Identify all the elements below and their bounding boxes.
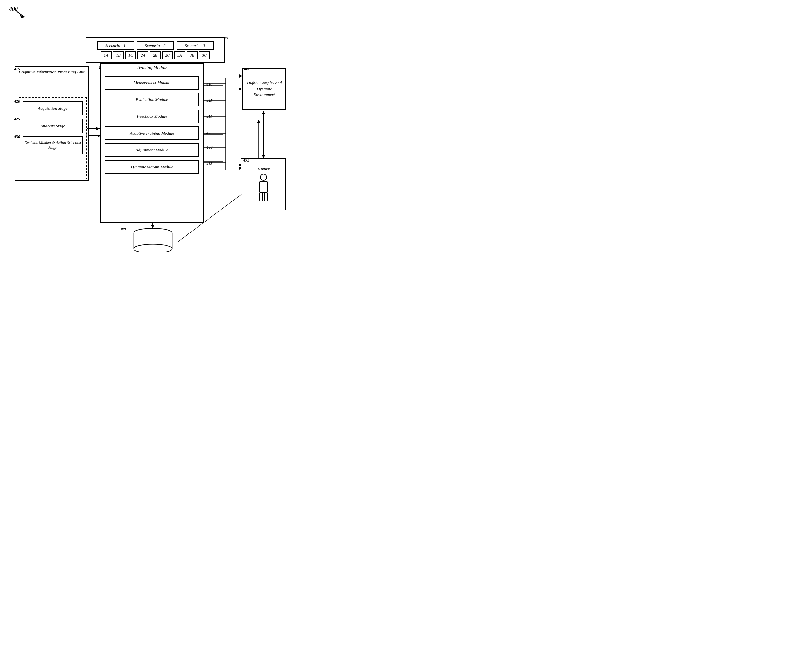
ref-450: 450 (206, 114, 213, 119)
feedback-module-box: Feedback Module (105, 110, 199, 123)
sub-2c: 2C (162, 51, 173, 59)
svg-rect-25 (260, 181, 267, 193)
ref-430: 430 (14, 134, 20, 139)
sub-3c: 3C (199, 51, 210, 59)
ref-308: 308 (119, 226, 126, 232)
trainee-icon (254, 173, 273, 203)
cognitive-unit-title: Cognitive Information Processing Unit (18, 70, 86, 75)
acquisition-stage-box: Acquisition Stage (23, 101, 83, 116)
svg-rect-26 (260, 193, 263, 201)
training-module-box: Training Module Measurement Module Evalu… (100, 63, 204, 223)
svg-marker-50 (262, 111, 265, 114)
svg-marker-46 (239, 87, 242, 90)
sub-2b: 2B (150, 51, 161, 59)
svg-marker-51 (262, 155, 265, 159)
scenario-3-box: Scenario - 3 (176, 41, 214, 50)
trainee-label: Trainee (257, 166, 270, 172)
cognitive-stages-box: Acquisition Stage Analysis Stage Decisio… (19, 97, 87, 180)
ref-445: 445 (206, 98, 213, 103)
scenario-1-box: Scenario - 1 (97, 41, 134, 50)
ref-480: 480 (244, 66, 250, 72)
svg-marker-1 (21, 16, 24, 18)
ref-420: 420 (14, 99, 20, 104)
svg-marker-18 (257, 119, 260, 123)
training-module-title: Training Module (101, 65, 203, 70)
svg-point-32 (134, 244, 172, 252)
ref-425: 425 (14, 116, 20, 122)
decision-making-stage-box: Decision Making & Action Selection Stage (23, 136, 83, 154)
environment-box: Highly Complex and Dynamic Environment (242, 68, 286, 110)
database-label: Database (145, 252, 161, 252)
sub-1c: 1C (125, 51, 136, 59)
scenario-2-box: Scenario - 2 (137, 41, 174, 50)
analysis-stage-box: Analysis Stage (23, 119, 83, 133)
ref-415: 415 (14, 66, 20, 72)
sub-2a: 2A (137, 51, 149, 59)
svg-marker-34 (20, 15, 23, 18)
database-container: Database (128, 228, 178, 252)
ref-440: 440 (206, 82, 213, 87)
figure-number: 400 (9, 6, 18, 13)
svg-line-0 (18, 12, 24, 17)
svg-marker-37 (96, 127, 100, 130)
diagram: 400 405 Scenario - 1 Scenario - 2 Scenar… (0, 0, 291, 252)
svg-point-24 (260, 174, 267, 180)
database-icon (132, 228, 174, 252)
evaluation-module-box: Evaluation Module (105, 93, 199, 106)
adaptive-training-module-box: Adaptive Training Module (105, 126, 199, 140)
measurement-module-box: Measurement Module (105, 76, 199, 90)
dynamic-margin-module-box: Dynamic Margin Module (105, 160, 199, 174)
sub-1a: 1A (101, 51, 111, 59)
svg-marker-14 (239, 74, 242, 78)
adjustment-module-box: Adjustment Module (105, 143, 199, 157)
sub-3b: 3B (186, 51, 198, 59)
sub-1b: 1B (113, 51, 124, 59)
ref-475: 475 (243, 158, 250, 163)
ref-455: 455 (206, 130, 213, 136)
ref-460: 460 (206, 145, 213, 150)
svg-rect-27 (265, 193, 267, 201)
scenarios-outer-box: Scenario - 1 Scenario - 2 Scenario - 3 1… (86, 37, 225, 63)
ref-465: 465 (206, 161, 213, 166)
svg-line-33 (17, 11, 23, 16)
trainee-box: Trainee (241, 159, 286, 210)
sub-3a: 3A (174, 51, 185, 59)
